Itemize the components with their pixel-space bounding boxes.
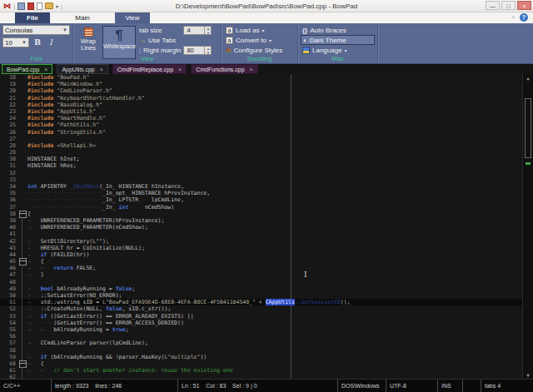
code-line[interactable]: 42→ SetDllDirectory(L""); bbox=[0, 238, 533, 245]
scroll-down-icon[interactable]: ▼ bbox=[523, 372, 533, 378]
code-line[interactable]: 37·······················_In_ int nCmdSh… bbox=[0, 204, 533, 211]
code-line[interactable]: 53→ if ((GetLastError() == ERROR_ALREADY… bbox=[0, 313, 533, 320]
close-tab-icon[interactable]: × bbox=[250, 67, 253, 72]
code-line[interactable]: 59→ if (bAlreadyRunning && !parser.HasKe… bbox=[0, 354, 533, 360]
app-icon[interactable]: ⋈ bbox=[3, 2, 11, 10]
new-file-icon[interactable] bbox=[37, 2, 42, 10]
whitespace-label: Whitespace bbox=[103, 42, 136, 50]
status-encoding[interactable]: UTF-8 bbox=[386, 380, 438, 392]
fold-marker[interactable] bbox=[18, 360, 27, 367]
configure-styles-button[interactable]: A Configure Styles bbox=[224, 45, 295, 55]
fold-marker[interactable] bbox=[18, 258, 27, 265]
vertical-scrollbar[interactable]: ▲ ▼ bbox=[522, 74, 533, 379]
code-line[interactable]: 43→ HRESULT hr = CoInitialize(NULL); bbox=[0, 245, 533, 251]
code-line[interactable]: 31HINSTANCE hRes; bbox=[0, 162, 533, 169]
code-line[interactable]: 56 bbox=[0, 333, 533, 340]
code-line[interactable]: 39→ UNREFERENCED_PARAMETER(hPrevInstance… bbox=[0, 217, 533, 224]
file-tab-bowpad[interactable]: BowPad.cpp × bbox=[2, 64, 52, 74]
close-button[interactable]: × bbox=[517, 1, 531, 10]
code-line[interactable]: 40→ UNREFERENCED_PARAMETER(nCmdShow); bbox=[0, 224, 533, 231]
line-number: 39 bbox=[0, 217, 18, 224]
code-line[interactable]: 48 bbox=[0, 279, 533, 285]
code-line[interactable]: 54→ ····(GetLastError() == ERROR_ACCESS_… bbox=[0, 320, 533, 326]
convert-to-button[interactable]: a Convert to ▾ bbox=[224, 35, 295, 45]
qat-dropdown-icon[interactable]: ▾ bbox=[56, 3, 58, 9]
code-line[interactable]: 57→ CCmdLineParser parser(lpCmdLine); bbox=[0, 340, 533, 346]
code-line[interactable]: 38{ bbox=[0, 211, 533, 217]
code-line[interactable]: 28#include <Shellapi.h> bbox=[0, 142, 533, 149]
code-line[interactable]: 45→ { bbox=[0, 258, 533, 265]
code-line[interactable]: 24#include "SmartHandle.h" bbox=[0, 115, 533, 122]
code-line[interactable]: 49→ bool bAlreadyRunning = false; bbox=[0, 285, 533, 292]
close-tab-icon[interactable]: × bbox=[100, 67, 103, 72]
code-line[interactable]: 33 bbox=[0, 176, 533, 183]
ribbon-tab-main[interactable]: Main bbox=[65, 12, 100, 23]
code-line[interactable]: 41 bbox=[0, 231, 533, 237]
whitespace-button[interactable]: ¶ Whitespace bbox=[102, 26, 136, 59]
auto-braces-button[interactable]: {} Auto Braces bbox=[301, 25, 375, 35]
file-tab-apputils[interactable]: AppUtils.cpp × bbox=[57, 64, 107, 74]
code-line[interactable]: 61→ → // don't start another instance: r… bbox=[0, 367, 533, 374]
code-line[interactable]: 36·······················_In_ LPTSTR lpC… bbox=[0, 196, 533, 203]
spinner-arrows-icon[interactable]: ▲▼ bbox=[204, 47, 211, 54]
right-margin-stepper[interactable]: 80 ▲▼ bbox=[183, 46, 212, 55]
code-line[interactable]: 51→ std::wstring sID = L"BowPad_EFA99E4D… bbox=[0, 299, 533, 305]
code-line[interactable]: 60→ { bbox=[0, 360, 533, 367]
status-language[interactable]: C/C++ bbox=[0, 380, 52, 392]
code-line[interactable]: 20#include "CmdLineParser.h" bbox=[0, 87, 533, 94]
code-editor[interactable]: 18#include "BowPad.h"19#include "MainWin… bbox=[0, 74, 533, 379]
spinner-arrows-icon[interactable]: ▲▼ bbox=[204, 27, 211, 34]
status-eol-format[interactable]: DOS\Windows bbox=[338, 380, 386, 392]
open-folder-icon[interactable] bbox=[45, 2, 53, 9]
help-icon[interactable]: ? bbox=[520, 13, 528, 22]
close-file-icon[interactable] bbox=[27, 2, 34, 10]
code-line[interactable]: 26#include "StringUtils.h" bbox=[0, 129, 533, 136]
tab-size-stepper[interactable]: 4 ▲▼ bbox=[183, 26, 212, 35]
line-number: 27 bbox=[0, 136, 18, 142]
file-tab-cmdfindreplace[interactable]: CmdFindReplace.cpp × bbox=[112, 64, 187, 74]
code-line[interactable]: 22#include "BaseDialog.h" bbox=[0, 102, 533, 108]
font-size-select[interactable]: 10 ▼ bbox=[2, 37, 29, 47]
code-line[interactable]: 55→ → bAlreadyRunning = true; bbox=[0, 326, 533, 333]
code-line[interactable]: 52→ ::CreateMutex(NULL, false, sID.c_str… bbox=[0, 305, 533, 312]
code-line[interactable]: 18#include "BowPad.h" bbox=[0, 74, 533, 81]
status-insert-mode[interactable]: INS bbox=[438, 380, 463, 392]
title-bar[interactable]: ⋈ | ▾ | D:\Development\BowPad\BowPad\src… bbox=[0, 0, 533, 12]
maximize-button[interactable]: □ bbox=[501, 1, 516, 10]
language-button[interactable]: Language ▾ bbox=[301, 45, 375, 55]
font-name-select[interactable]: Consolas ▼ bbox=[2, 25, 70, 35]
scrollbar-thumb[interactable] bbox=[525, 98, 531, 158]
wrap-lines-button[interactable]: Wrap Lines bbox=[76, 25, 101, 55]
close-tab-icon[interactable]: × bbox=[178, 67, 182, 72]
code-line[interactable]: 21#include "KeyboardShortcutHandler.h" bbox=[0, 95, 533, 102]
collapse-ribbon-icon[interactable]: ^ bbox=[511, 14, 515, 22]
scroll-up-icon[interactable]: ▲ bbox=[523, 75, 533, 81]
ribbon-tab-file[interactable]: File bbox=[15, 12, 50, 23]
ribbon-tab-view[interactable]: View bbox=[115, 12, 150, 23]
minimize-button[interactable]: — bbox=[486, 1, 500, 10]
use-tabs-button[interactable]: → Use Tabs bbox=[137, 36, 213, 45]
dark-theme-label: Dark Theme bbox=[310, 37, 346, 44]
file-tab-cmdfunctions[interactable]: CmdFunctions.cpp × bbox=[191, 64, 257, 74]
save-icon[interactable] bbox=[17, 2, 25, 10]
code-line[interactable]: 27 bbox=[0, 136, 533, 142]
code-line[interactable]: 35·······················_In_opt_ HINSTA… bbox=[0, 190, 533, 196]
close-tab-icon[interactable]: × bbox=[44, 67, 47, 72]
code-line[interactable]: 46→ → return FALSE; bbox=[0, 265, 533, 271]
code-line[interactable]: 25#include "PathUtils.h" bbox=[0, 122, 533, 128]
code-line[interactable]: 32 bbox=[0, 170, 533, 176]
code-line[interactable]: 29 bbox=[0, 149, 533, 156]
fold-marker[interactable] bbox=[18, 211, 27, 217]
code-line[interactable]: 30HINSTANCE hInst; bbox=[0, 156, 533, 162]
italic-button[interactable]: I bbox=[46, 38, 56, 47]
bold-button[interactable]: B bbox=[32, 38, 42, 47]
code-line[interactable]: 44→ if (FAILED(hr)) bbox=[0, 251, 533, 258]
dark-theme-button[interactable]: ◐ Dark Theme bbox=[301, 35, 375, 45]
code-line[interactable]: 47→ } bbox=[0, 271, 533, 278]
code-line[interactable]: 23#include "AppUtils.h" bbox=[0, 108, 533, 115]
code-line[interactable]: 58 bbox=[0, 347, 533, 354]
code-line[interactable]: 34int APIENTRY _tWinMain(_In_ HINSTANCE … bbox=[0, 183, 533, 190]
code-line[interactable]: 19#include "MainWindow.h" bbox=[0, 81, 533, 87]
code-line[interactable]: 50→ ::SetLastError(NO_ERROR); bbox=[0, 292, 533, 299]
load-as-button[interactable]: a Load as ▾ bbox=[224, 25, 295, 35]
